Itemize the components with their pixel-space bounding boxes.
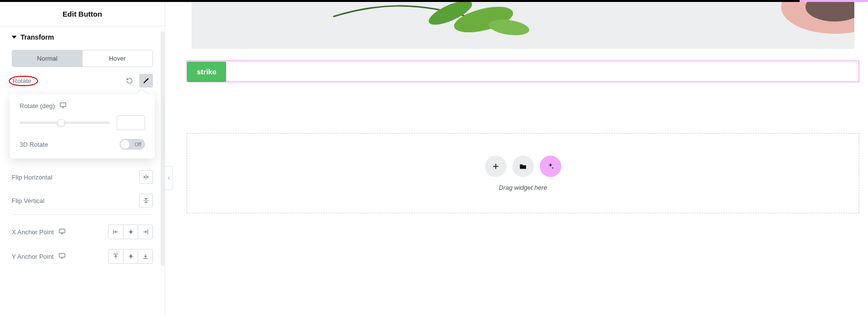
align-left-icon[interactable] [108,225,123,239]
pencil-icon[interactable] [139,74,153,88]
align-middle-icon[interactable] [123,249,138,263]
svg-rect-2 [59,253,65,257]
reset-icon[interactable] [123,74,136,88]
panel-title: Edit Button [0,2,165,26]
ai-sparkle-button[interactable] [540,156,561,177]
flip-vertical-icon[interactable] [139,194,153,207]
caret-down-icon [12,36,17,39]
flip-horizontal-icon[interactable] [139,170,153,184]
section-label: Transform [21,33,54,41]
drop-hint: Drag widget here [499,184,547,191]
x-anchor-seg [108,225,153,239]
template-folder-button[interactable] [512,156,534,177]
align-top-icon[interactable] [108,249,123,263]
folder-icon [519,163,527,170]
x-anchor-label: X Anchor Point [12,228,54,236]
desktop-icon[interactable] [59,228,65,236]
tab-hover[interactable]: Hover [83,50,153,67]
three-d-rotate-label: 3D Rotate [20,141,48,148]
sparkle-icon [547,162,554,170]
rotate-label: Rotate [9,76,38,86]
three-d-toggle[interactable]: Off [120,139,145,150]
section-transform-toggle[interactable]: Transform [12,33,153,41]
desktop-icon[interactable] [59,253,65,260]
slider-thumb[interactable] [57,119,65,127]
rotate-value-input[interactable] [117,115,145,130]
hero-image-placeholder [191,2,854,49]
divider [12,214,153,215]
align-right-icon[interactable] [138,225,152,239]
desktop-icon[interactable] [60,102,66,110]
selected-widget-row[interactable]: strike [187,61,859,82]
align-bottom-icon[interactable] [138,249,152,263]
state-tabs: Normal Hover [12,50,153,67]
edit-panel: Edit Button Transform Normal Hover Rotat… [0,2,165,315]
svg-rect-1 [59,229,65,233]
toggle-knob [121,140,129,149]
editor-canvas: strike Drag widget here [165,2,868,315]
add-widget-button[interactable] [485,156,507,177]
rotate-popover: Rotate (deg) 3D Rotate O [10,94,155,158]
rotate-deg-label: Rotate (deg) [20,102,55,110]
toggle-state: Off [135,142,141,147]
flip-horizontal-label: Flip Horizontal [12,174,52,181]
align-center-icon[interactable] [123,225,138,239]
tab-normal[interactable]: Normal [12,50,83,67]
y-anchor-seg [108,249,153,264]
rotate-slider[interactable] [20,118,110,128]
svg-rect-0 [60,103,66,107]
plus-icon [492,162,500,170]
drop-zone[interactable]: Drag widget here [187,133,859,213]
y-anchor-label: Y Anchor Point [12,253,54,260]
flip-vertical-label: Flip Vertical [12,197,44,204]
sidebar-scrollbar[interactable] [161,31,165,266]
strike-button[interactable]: strike [187,62,226,82]
